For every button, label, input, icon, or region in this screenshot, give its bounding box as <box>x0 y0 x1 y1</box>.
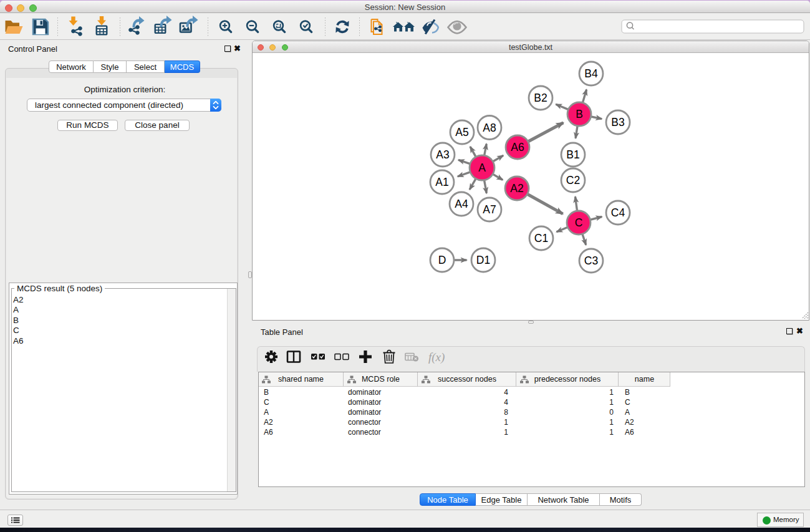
svg-text:A2: A2 <box>510 182 523 195</box>
svg-text:C3: C3 <box>584 254 598 267</box>
svg-text:A: A <box>478 162 486 174</box>
svg-text:A3: A3 <box>436 148 449 161</box>
svg-text:B4: B4 <box>584 67 598 80</box>
svg-text:A7: A7 <box>483 203 496 216</box>
svg-text:B3: B3 <box>611 116 624 128</box>
svg-text:B1: B1 <box>566 148 579 161</box>
svg-text:D: D <box>438 254 446 266</box>
svg-text:B: B <box>576 108 583 120</box>
svg-text:A5: A5 <box>455 126 468 138</box>
svg-text:A1: A1 <box>435 176 448 188</box>
svg-text:C: C <box>575 216 583 229</box>
svg-text:C4: C4 <box>611 206 625 219</box>
svg-text:A4: A4 <box>455 198 468 210</box>
svg-text:C2: C2 <box>566 174 580 186</box>
svg-text:C1: C1 <box>534 232 548 244</box>
svg-text:A6: A6 <box>511 141 524 153</box>
svg-text:A8: A8 <box>483 122 496 134</box>
svg-text:f(x): f(x) <box>428 351 445 364</box>
svg-text:B2: B2 <box>534 92 547 104</box>
svg-text:D1: D1 <box>476 254 490 266</box>
